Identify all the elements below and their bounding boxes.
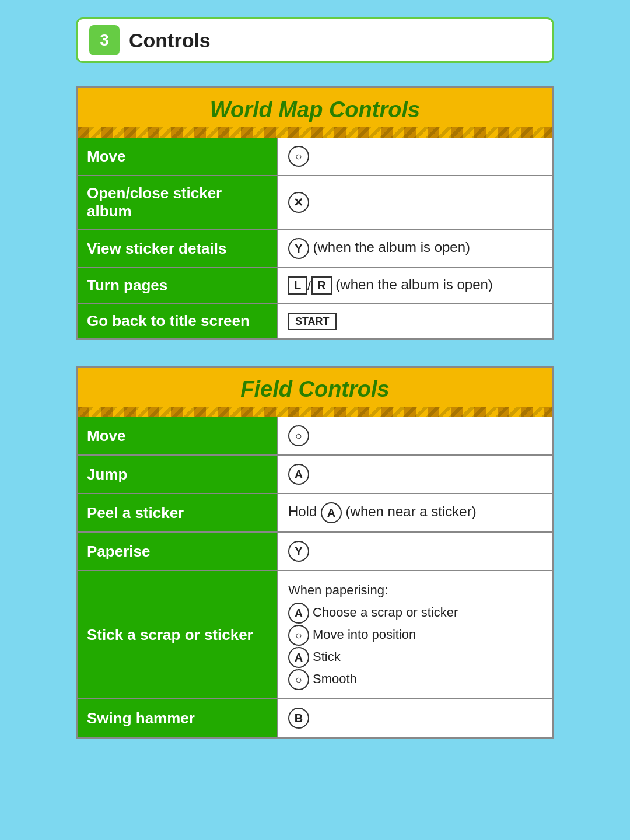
circle-button-icon-3: ○: [288, 625, 309, 646]
field-controls-header: Field Controls: [78, 368, 552, 407]
zigzag-divider: [78, 127, 552, 138]
label-peel: Peel a sticker: [78, 494, 277, 532]
y-button-icon: Y: [288, 238, 309, 259]
label-go-back: Go back to title screen: [78, 303, 277, 338]
zigzag-divider-2: [78, 407, 552, 417]
world-map-controls-section: World Map Controls Move ○ Open/close sti…: [76, 86, 554, 340]
table-row: View sticker details Y (when the album i…: [78, 229, 552, 268]
table-row: Jump A: [78, 455, 552, 494]
page-header: 3 Controls: [76, 18, 554, 63]
table-row: Stick a scrap or sticker When paperising…: [78, 570, 552, 699]
a-button-icon-2: A: [321, 502, 342, 523]
value-jump: A: [277, 455, 552, 494]
field-controls-section: Field Controls Move ○ Jump A Peel a stic…: [76, 366, 554, 738]
value-paperise: Y: [277, 532, 552, 570]
page-number: 3: [89, 25, 120, 55]
label-open-close: Open/close sticker album: [78, 176, 277, 229]
field-controls-title: Field Controls: [78, 377, 552, 402]
label-move: Move: [78, 138, 277, 176]
table-row: Open/close sticker album ✕: [78, 176, 552, 229]
value-open-close: ✕: [277, 176, 552, 229]
a-button-icon-3: A: [288, 603, 309, 624]
table-row: Paperise Y: [78, 532, 552, 570]
label-paperise: Paperise: [78, 532, 277, 570]
value-turn-pages: L/R (when the album is open): [277, 268, 552, 303]
page-title: Controls: [129, 29, 211, 52]
value-peel: Hold A (when near a sticker): [277, 494, 552, 532]
table-row: Turn pages L/R (when the album is open): [78, 268, 552, 303]
x-button-icon: ✕: [288, 192, 309, 213]
world-map-table: Move ○ Open/close sticker album ✕ View s…: [78, 138, 552, 338]
label-view-sticker: View sticker details: [78, 229, 277, 268]
y-button-icon-2: Y: [288, 541, 309, 562]
a-button-icon-4: A: [288, 647, 309, 668]
l-button: L: [288, 276, 307, 295]
label-field-move: Move: [78, 417, 277, 455]
world-map-header: World Map Controls: [78, 88, 552, 127]
b-button-icon: B: [288, 708, 309, 729]
value-stick: When paperising: A Choose a scrap or sti…: [277, 570, 552, 699]
table-row: Peel a sticker Hold A (when near a stick…: [78, 494, 552, 532]
r-button: R: [312, 276, 331, 295]
value-field-move: ○: [277, 417, 552, 455]
label-turn-pages: Turn pages: [78, 268, 277, 303]
table-row: Move ○: [78, 417, 552, 455]
table-row: Move ○: [78, 138, 552, 176]
label-swing: Swing hammer: [78, 699, 277, 737]
label-jump: Jump: [78, 455, 277, 494]
lr-button-icon: L/R: [288, 276, 332, 295]
world-map-title: World Map Controls: [78, 97, 552, 123]
value-go-back: START: [277, 303, 552, 338]
value-swing: B: [277, 699, 552, 737]
table-row: Go back to title screen START: [78, 303, 552, 338]
table-row: Swing hammer B: [78, 699, 552, 737]
value-view-sticker: Y (when the album is open): [277, 229, 552, 268]
value-move: ○: [277, 138, 552, 176]
circle-button-icon-2: ○: [288, 425, 309, 446]
start-button-icon: START: [288, 313, 337, 330]
field-controls-table: Move ○ Jump A Peel a sticker Hold A (whe…: [78, 417, 552, 737]
label-stick: Stick a scrap or sticker: [78, 570, 277, 699]
a-button-icon: A: [288, 464, 309, 485]
circle-button-icon: ○: [288, 146, 309, 167]
circle-button-icon-4: ○: [288, 669, 309, 690]
